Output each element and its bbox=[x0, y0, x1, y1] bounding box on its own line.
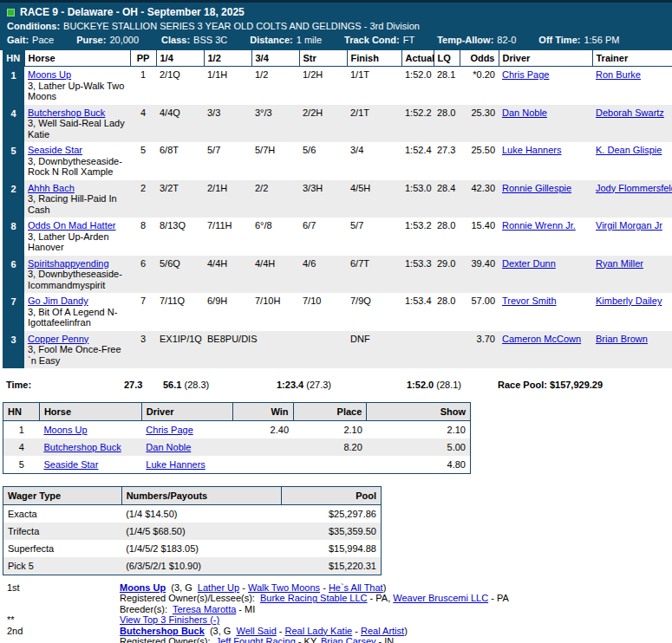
time-half: 56.1 (28.3) bbox=[163, 380, 277, 390]
horse-link[interactable]: Moons Up bbox=[28, 69, 71, 80]
trainer-link[interactable]: Virgil Morgan Jr bbox=[596, 220, 662, 231]
payout-driver-link[interactable]: Dan Noble bbox=[146, 442, 191, 452]
owner-link[interactable]: Brian Carsey bbox=[321, 636, 376, 643]
finish-cell: DNF bbox=[347, 331, 401, 369]
pedigree-link[interactable]: Real Artist bbox=[361, 626, 404, 636]
driver-link[interactable]: Luke Hanners bbox=[502, 145, 562, 155]
finisher-title-row: 2ndButchershop Buck (3, G Well Said - Re… bbox=[7, 626, 672, 636]
show-cell: 4.80 bbox=[367, 456, 471, 474]
payout-driver-link[interactable]: Chris Page bbox=[146, 425, 192, 435]
payout-driver-link[interactable]: Luke Hanners bbox=[146, 459, 206, 470]
horse-link[interactable]: Butchershop Buck bbox=[28, 107, 105, 118]
horse-pedigree: 3, Racing Hill-Paid In Cash bbox=[28, 193, 127, 215]
horse-pedigree: 3, Well Said-Real Lady Katie bbox=[28, 118, 127, 140]
wager-col-header-wager-type: Wager Type bbox=[3, 487, 122, 505]
driver-link[interactable]: Trevor Smith bbox=[502, 296, 557, 306]
owner-suffix: - KY, bbox=[296, 636, 321, 643]
pedigree-link[interactable]: He`s All That bbox=[329, 582, 383, 593]
owner-link[interactable]: Weaver Bruscemi LLC bbox=[393, 593, 488, 603]
show-cell: 5.00 bbox=[367, 438, 471, 456]
finisher-horse-link[interactable]: Moons Up bbox=[120, 582, 166, 593]
wager-row: Superfecta(1/4/5/2 $183.05)$15,994.88 bbox=[3, 540, 382, 557]
info-purse: Purse:20,000 bbox=[76, 35, 139, 45]
horse-pedigree: 3, Downbytheseaside-Icommandmyspirit bbox=[28, 269, 127, 290]
finisher-horse-link[interactable]: Butchershop Buck bbox=[120, 626, 205, 636]
owner-link[interactable]: Burke Racing Stable LLC bbox=[260, 593, 368, 603]
driver-link[interactable]: Ronnie Wrenn Jr. bbox=[502, 220, 576, 231]
finish-cell: 1/1T bbox=[347, 67, 401, 105]
driver-cell: Ronnie Gillespie bbox=[499, 180, 592, 218]
trainer-link[interactable]: Jody Flommersfeld bbox=[596, 183, 672, 193]
owner-link[interactable]: Jeff Fought Racing bbox=[216, 636, 296, 643]
payout-horse-link[interactable]: Butchershop Buck bbox=[43, 442, 121, 452]
info-off-time: Off Time:1:56 PM bbox=[538, 35, 619, 45]
pp-cell: 8 bbox=[130, 218, 156, 256]
wager-pool-cell: $35,359.50 bbox=[282, 523, 382, 540]
wager-numbers-cell: (1/4/5/2 $183.05) bbox=[121, 540, 282, 557]
trainer-cell: Virgil Morgan Jr bbox=[592, 218, 672, 256]
wager-row: Exacta(1/4 $14.50)$25,297.86 bbox=[3, 505, 382, 523]
trainer-link[interactable]: K. Dean Glispie bbox=[596, 145, 662, 155]
pedigree-separator: - bbox=[320, 582, 329, 593]
payout-horse-cell: Moons Up bbox=[39, 421, 141, 439]
breeder-link[interactable]: Teresa Marotta bbox=[173, 604, 236, 614]
half-call-cell: 3/3 bbox=[204, 105, 251, 143]
horse-pedigree: 3, Downbytheseaside-Rock N Roll Xample bbox=[28, 156, 127, 178]
driver-cell: Dexter Dunn bbox=[499, 256, 592, 294]
payout-table: HNHorseDriverWinPlaceShow 1Moons UpChris… bbox=[3, 402, 471, 474]
driver-cell: Cameron McCown bbox=[499, 331, 592, 369]
driver-cell: Ronnie Wrenn Jr. bbox=[499, 218, 592, 256]
pedigree-link[interactable]: Lather Up bbox=[198, 582, 239, 593]
horse-link[interactable]: Ahhh Bach bbox=[28, 183, 75, 193]
horse-link[interactable]: Odds On Mad Hatter bbox=[28, 220, 116, 231]
results-table: HNHorsePP1/41/23/4StrFinishActualLQOddsD… bbox=[3, 50, 672, 368]
payout-col-header-place: Place bbox=[293, 403, 367, 421]
payout-row: 1Moons UpChris Page2.402.102.10 bbox=[3, 421, 471, 439]
horse-cell: Copper Penny3, Fool Me Once-Free `n Easy bbox=[24, 331, 130, 369]
driver-link[interactable]: Ronnie Gillespie bbox=[502, 183, 571, 193]
pedigree-open: (3, G bbox=[205, 626, 237, 636]
info-gait: Gait:Pace bbox=[7, 35, 54, 45]
odds-cell: 25.30 bbox=[460, 105, 499, 143]
horse-link[interactable]: Go Jim Dandy bbox=[28, 296, 88, 306]
payout-horse-link[interactable]: Moons Up bbox=[43, 425, 87, 435]
trainer-link[interactable]: Brian Brown bbox=[596, 334, 648, 344]
last-quarter-cell: 28.0 bbox=[434, 218, 460, 256]
col-header-odds: Odds bbox=[460, 50, 499, 67]
wager-pool-cell: $25,297.86 bbox=[282, 505, 382, 523]
payout-col-header-hn: HN bbox=[3, 403, 40, 421]
trainer-link[interactable]: Deborah Swartz bbox=[596, 107, 664, 118]
payout-horse-cell: Butchershop Buck bbox=[39, 438, 141, 456]
horse-link[interactable]: Copper Penny bbox=[28, 334, 88, 344]
wager-row: Trifecta(1/4/5 $68.50)$35,359.50 bbox=[3, 523, 382, 540]
horse-link[interactable]: Spiritshappyending bbox=[28, 258, 109, 269]
finisher-line-content: Moons Up (3, G Lather Up - Walk Two Moon… bbox=[120, 582, 672, 593]
driver-cell: Chris Page bbox=[499, 67, 592, 105]
finisher-place-label: ** bbox=[7, 614, 120, 625]
horse-link[interactable]: Seaside Star bbox=[28, 145, 82, 155]
driver-link[interactable]: Chris Page bbox=[502, 69, 549, 80]
odds-cell: 15.40 bbox=[460, 218, 499, 256]
pedigree-link[interactable]: Real Lady Katie bbox=[285, 626, 353, 636]
time-final: 1:52.0 (28.1) bbox=[407, 380, 498, 390]
stretch-call-cell: 3/3H bbox=[299, 180, 347, 218]
driver-link[interactable]: Cameron McCown bbox=[502, 334, 581, 344]
owner-suffix: - PA, bbox=[368, 593, 394, 603]
result-row: 7Go Jim Dandy3, Bit Of A Legend N-Igotta… bbox=[3, 293, 672, 331]
quarter-call-cell: 7/11Q bbox=[156, 293, 204, 331]
payout-horse-link[interactable]: Seaside Star bbox=[43, 459, 98, 470]
race-status-icon bbox=[7, 9, 15, 16]
three-quarter-call-cell bbox=[251, 331, 299, 369]
driver-link[interactable]: Dexter Dunn bbox=[502, 258, 556, 269]
driver-cell: Trevor Smith bbox=[499, 293, 592, 331]
pedigree-link[interactable]: Well Said bbox=[236, 626, 276, 636]
conditions-line: Conditions:BUCKEYE STALLION SERIES 3 YEA… bbox=[7, 21, 665, 31]
pedigree-link[interactable]: Walk Two Moons bbox=[248, 582, 320, 593]
horse-cell: Moons Up3, Lather Up-Walk Two Moons bbox=[24, 67, 130, 105]
wager-col-header-numbers-payouts: Numbers/Payouts bbox=[121, 487, 282, 505]
driver-link[interactable]: Dan Noble bbox=[502, 107, 547, 118]
trainer-link[interactable]: Kimberly Dailey bbox=[596, 296, 662, 306]
trainer-link[interactable]: Ron Burke bbox=[596, 69, 641, 80]
trainer-link[interactable]: Ryan Miller bbox=[596, 258, 643, 269]
view-top3-finishers-link[interactable]: View Top 3 Finishers (-) bbox=[120, 614, 219, 625]
